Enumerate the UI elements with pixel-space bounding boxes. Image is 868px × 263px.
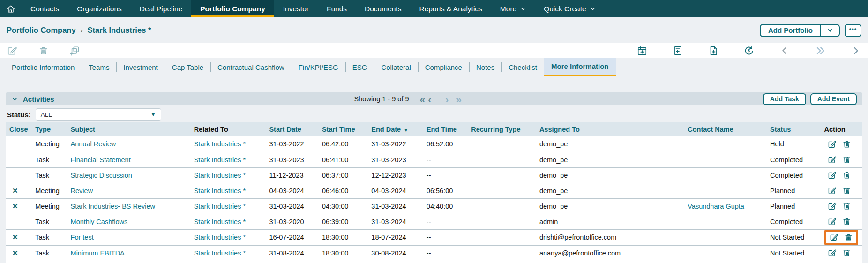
double-chevron-right-icon[interactable] xyxy=(815,45,825,56)
related-to-link[interactable]: Stark Industries * xyxy=(194,156,246,164)
related-to-link[interactable]: Stark Industries * xyxy=(194,233,246,241)
subject-link[interactable]: For test xyxy=(71,233,94,241)
column-header-assigned_to[interactable]: Assigned To xyxy=(536,122,684,136)
cell-start_time: 04:30:00 xyxy=(318,198,367,214)
delete-icon[interactable] xyxy=(844,233,853,242)
cell-related_to: Stark Industries * xyxy=(190,167,266,183)
cell-assigned_to: demo_pe xyxy=(536,198,684,214)
column-header-type[interactable]: Type xyxy=(31,122,67,136)
nav-item-portfolio-company[interactable]: Portfolio Company xyxy=(191,0,274,17)
tab-collateral[interactable]: Collateral xyxy=(374,58,418,76)
nav-item-deal-pipeline[interactable]: Deal Pipeline xyxy=(131,0,191,17)
nav-item-organizations[interactable]: Organizations xyxy=(68,0,131,17)
nav-item-funds[interactable]: Funds xyxy=(318,0,356,17)
tab-more-information[interactable]: More Information xyxy=(544,58,616,76)
tab-esg[interactable]: ESG xyxy=(345,58,374,76)
add-portfolio-button[interactable]: Add Portfolio xyxy=(761,25,820,36)
calendar-add-icon[interactable] xyxy=(637,45,647,56)
column-header-start_time[interactable]: Start Time xyxy=(318,122,367,136)
tab-contractual-cashflow[interactable]: Contractual Cashflow xyxy=(210,58,292,76)
tab-notes[interactable]: Notes xyxy=(469,58,501,76)
close-activity-button[interactable]: ✕ xyxy=(9,187,18,195)
subject-link[interactable]: Stark Industries- BS Review xyxy=(71,203,156,210)
edit-icon[interactable] xyxy=(828,140,837,149)
delete-icon[interactable] xyxy=(842,202,851,210)
add-event-button[interactable]: Add Event xyxy=(810,93,857,105)
related-to-link[interactable]: Stark Industries * xyxy=(194,187,246,195)
column-header-recurring_type[interactable]: Recurring Type xyxy=(467,122,536,136)
column-header-subject[interactable]: Subject xyxy=(67,122,190,136)
nav-item-contacts[interactable]: Contacts xyxy=(22,0,68,17)
currency-refresh-icon[interactable]: $ xyxy=(744,45,754,56)
close-activity-button[interactable]: ✕ xyxy=(9,202,18,210)
column-header-start_date[interactable]: Start Date xyxy=(265,122,318,136)
edit-icon[interactable] xyxy=(7,45,17,56)
column-header-status[interactable]: Status xyxy=(766,122,821,136)
delete-icon[interactable] xyxy=(38,45,49,56)
tab-investment[interactable]: Investment xyxy=(116,58,165,76)
add-task-button[interactable]: Add Task xyxy=(763,93,806,105)
delete-icon[interactable] xyxy=(842,171,851,180)
delete-icon[interactable] xyxy=(842,248,851,257)
contact-name-link[interactable]: Vasundhara Gupta xyxy=(688,203,744,210)
nav-item-documents[interactable]: Documents xyxy=(356,0,410,17)
edit-icon[interactable] xyxy=(828,202,837,210)
nav-item-investor[interactable]: Investor xyxy=(274,0,318,17)
nav-item-quick-create[interactable]: Quick Create xyxy=(535,0,604,17)
cell-start_date: 31-03-2022 xyxy=(265,136,318,152)
subject-link[interactable]: Annual Review xyxy=(71,140,116,148)
tab-checklist[interactable]: Checklist xyxy=(501,58,544,76)
related-to-link[interactable]: Stark Industries * xyxy=(194,218,246,225)
delete-icon[interactable] xyxy=(842,186,851,195)
column-header-end_date[interactable]: End Date▼ xyxy=(367,122,423,136)
column-header-contact_name[interactable]: Contact Name xyxy=(684,122,766,136)
nav-item-reports-analytics[interactable]: Reports & Analytics xyxy=(410,0,491,17)
cell-recurring_type xyxy=(467,229,536,245)
tab-compliance[interactable]: Compliance xyxy=(418,58,469,76)
subject-link[interactable]: Strategic Discussion xyxy=(71,172,132,179)
tab-portfolio-information[interactable]: Portfolio Information xyxy=(5,58,82,76)
home-nav-button[interactable] xyxy=(0,0,22,17)
tab-fin-kpi-esg[interactable]: Fin/KPI/ESG xyxy=(292,58,345,76)
column-header-close[interactable]: Close xyxy=(6,122,31,136)
prev-page-button[interactable]: ‹ xyxy=(427,94,433,104)
delete-icon[interactable] xyxy=(842,155,851,164)
edit-icon[interactable] xyxy=(830,233,838,242)
related-to-link[interactable]: Stark Industries * xyxy=(194,172,246,179)
edit-icon[interactable] xyxy=(828,248,837,257)
related-to-link[interactable]: Stark Industries * xyxy=(194,140,246,148)
cell-subject: For test xyxy=(67,229,190,245)
copy-add-icon[interactable] xyxy=(70,45,80,56)
task-add-icon[interactable] xyxy=(673,45,683,56)
edit-icon[interactable] xyxy=(828,217,837,226)
last-page-button[interactable]: » xyxy=(455,94,463,104)
edit-icon[interactable] xyxy=(828,171,837,180)
nav-item-more[interactable]: More xyxy=(491,0,535,17)
related-to-link[interactable]: Stark Industries * xyxy=(194,249,246,257)
related-to-link[interactable]: Stark Industries * xyxy=(194,203,246,210)
subject-link[interactable]: Minimum EBITDA xyxy=(71,249,125,257)
next-page-button[interactable]: › xyxy=(444,94,450,104)
first-page-button[interactable]: « xyxy=(419,94,427,104)
tab-cap-table[interactable]: Cap Table xyxy=(165,58,210,76)
more-options-button[interactable]: ••• xyxy=(845,24,861,37)
collapse-chevron-icon[interactable] xyxy=(11,96,18,103)
add-portfolio-dropdown-button[interactable] xyxy=(820,25,839,36)
document-add-icon[interactable] xyxy=(708,45,718,56)
tab-teams[interactable]: Teams xyxy=(82,58,116,76)
subject-link[interactable]: Review xyxy=(71,187,93,195)
edit-icon[interactable] xyxy=(828,186,837,195)
close-activity-button[interactable]: ✕ xyxy=(9,233,18,241)
edit-icon[interactable] xyxy=(828,155,837,164)
subject-link[interactable]: Financial Statement xyxy=(71,156,131,164)
delete-icon[interactable] xyxy=(842,140,851,149)
delete-icon[interactable] xyxy=(842,217,851,226)
status-dropdown[interactable]: ALL ▼ xyxy=(36,108,161,121)
chevron-right-icon[interactable] xyxy=(851,45,861,56)
column-header-end_time[interactable]: End Time xyxy=(423,122,467,136)
chevron-left-icon[interactable] xyxy=(779,45,790,56)
cell-assigned_to: demo_pe xyxy=(536,183,684,198)
breadcrumb-parent[interactable]: Portfolio Company xyxy=(7,26,76,35)
subject-link[interactable]: Monthly Cashflows xyxy=(71,218,128,225)
close-activity-button[interactable]: ✕ xyxy=(9,249,18,257)
